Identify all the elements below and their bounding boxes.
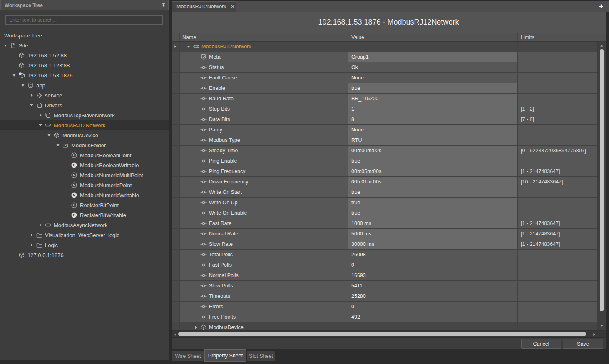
property-value-cell[interactable]: Group1 xyxy=(348,52,518,62)
property-value-cell[interactable]: true xyxy=(348,198,518,208)
property-row-meta[interactable]: MetaGroup1 xyxy=(172,52,597,62)
property-row-slow-polls[interactable]: Slow Polls5411 xyxy=(172,281,597,291)
property-row-slow-rate[interactable]: Slow Rate30000 ms[1 - 2147483647] xyxy=(172,239,597,250)
property-value-cell[interactable]: true xyxy=(348,156,518,166)
tree-item-modbusbooleanpoint[interactable]: BModbusBooleanPoint xyxy=(0,150,169,160)
tree-item-modbusrj12network[interactable]: ModbusRJ12Network xyxy=(0,120,169,130)
tab-property-sheet[interactable]: Property Sheet xyxy=(204,349,246,362)
tree-item-app[interactable]: app xyxy=(0,80,169,90)
property-value-cell[interactable]: true xyxy=(348,187,518,197)
property-row-write-on-up[interactable]: Write On Uptrue xyxy=(172,198,597,208)
tab-modbusrj12network[interactable]: ModbusRJ12Network xyxy=(172,1,236,12)
chevron-down-icon[interactable] xyxy=(37,123,44,127)
property-row-normal-rate[interactable]: Normal Rate5000 ms[1 - 2147483647] xyxy=(172,229,597,239)
tree-item-modbustcpslavenetwork[interactable]: ModbusTcpSlaveNetwork xyxy=(0,110,169,120)
tab-close-icon[interactable] xyxy=(231,5,235,9)
property-row-enable[interactable]: Enabletrue xyxy=(172,83,597,94)
chevron-down-icon[interactable] xyxy=(28,103,35,107)
property-row-data-bits[interactable]: Data Bits8[7 - 8] xyxy=(172,114,597,125)
chevron-right-icon[interactable] xyxy=(37,223,44,227)
tree-item-visualization-webserver-logic[interactable]: Visualization_WebServer_logic xyxy=(0,230,169,240)
chevron-down-icon[interactable] xyxy=(19,83,27,87)
chevron-down-icon[interactable] xyxy=(54,143,62,147)
row-gutter-cell xyxy=(172,114,180,124)
property-value-cell[interactable]: 1 xyxy=(348,104,518,114)
chevron-right-icon[interactable] xyxy=(192,325,200,329)
tab-slot-sheet[interactable]: Slot Sheet xyxy=(247,351,275,361)
horizontal-scrollbar-thumb[interactable] xyxy=(178,332,586,336)
property-row-errors[interactable]: Errors0 xyxy=(172,302,597,312)
scroll-down-icon[interactable] xyxy=(599,324,604,328)
chevron-down-icon[interactable] xyxy=(10,73,18,77)
tree-item-modbusfolder[interactable]: ModbusFolder xyxy=(0,140,169,150)
property-value-cell[interactable]: true xyxy=(348,83,518,93)
tree-item-site[interactable]: Site xyxy=(0,40,169,50)
property-value-cell[interactable]: 5000 ms xyxy=(348,229,518,239)
tree-item-192-168-1-53-1876[interactable]: !192.168.1.53:1876 xyxy=(0,70,169,80)
tree-item-modbusdevice[interactable]: ModbusDevice xyxy=(0,130,169,140)
property-value-cell[interactable]: 30000 ms xyxy=(348,239,518,249)
cancel-button[interactable]: Cancel xyxy=(521,339,561,349)
property-row-modbusdevice[interactable]: ModbusDevice xyxy=(172,322,597,330)
tree-item-modbusnumericpoint[interactable]: NModbusNumericPoint xyxy=(0,180,169,190)
pin-icon[interactable] xyxy=(159,1,168,10)
property-row-modbus-type[interactable]: Modbus TypeRTU xyxy=(172,135,597,146)
tree-item-192-168-1-123-88[interactable]: 192.168.1.123:88 xyxy=(0,60,169,70)
tree-item-modbusnumericwritable[interactable]: NModbusNumericWritable xyxy=(0,190,169,200)
tree-item-drivers[interactable]: Drivers xyxy=(0,100,169,110)
property-value-cell[interactable]: 00h:01m:00s xyxy=(348,177,518,187)
property-value-cell[interactable]: BR_115200 xyxy=(348,94,518,104)
property-row-stop-bits[interactable]: Stop Bits1[1 - 2] xyxy=(172,104,597,114)
property-row-parity[interactable]: ParityNone xyxy=(172,125,597,135)
tree-item-modbusbooleanwritable[interactable]: BModbusBooleanWritable xyxy=(0,160,169,170)
scroll-left-icon[interactable] xyxy=(172,332,178,337)
property-row-modbusrj12network[interactable]: ModbusRJ12Network xyxy=(172,42,597,52)
property-value-cell[interactable]: true xyxy=(348,208,518,218)
property-value-cell[interactable]: 1000 ms xyxy=(348,218,518,228)
property-row-normal-polls[interactable]: Normal Polls16693 xyxy=(172,270,597,281)
tree-item-127-0-0-1-1876[interactable]: 127.0.0.1:1876 xyxy=(0,250,169,260)
property-row-write-on-start[interactable]: Write On Starttrue xyxy=(172,187,597,198)
tree-item-service[interactable]: service xyxy=(0,90,169,100)
new-tab-button[interactable]: + xyxy=(597,2,605,11)
tree-item-modbusnumericmultipoint[interactable]: NModbusNumericMultiPoint xyxy=(0,170,169,180)
property-row-down-frequency[interactable]: Down Frequency00h:01m:00s[10 - 214748364… xyxy=(172,177,597,187)
chevron-right-icon[interactable] xyxy=(28,93,35,97)
property-row-fault-cause[interactable]: Fault CauseNone xyxy=(172,73,597,83)
chevron-right-icon[interactable] xyxy=(28,233,35,237)
property-row-steady-time[interactable]: Steady Time00h:00m:02s[0 - 9223372036854… xyxy=(172,146,597,156)
property-row-status[interactable]: StatusOk xyxy=(172,62,597,73)
property-value-cell[interactable]: 00h:05m:00s xyxy=(348,166,518,176)
property-value-cell[interactable]: 8 xyxy=(348,114,518,124)
property-row-ping-enable[interactable]: Ping Enabletrue xyxy=(172,156,597,166)
property-row-timeouts[interactable]: Timeouts25280 xyxy=(172,291,597,302)
chevron-down-icon[interactable] xyxy=(45,133,53,137)
tree-item-registerbitpoint[interactable]: BRegisterBitPoint xyxy=(0,200,169,210)
scroll-up-icon[interactable] xyxy=(599,43,604,47)
tab-wire-sheet[interactable]: Wire Sheet xyxy=(172,351,204,361)
property-row-free-points[interactable]: Free Points492 xyxy=(172,312,597,322)
chevron-right-icon[interactable] xyxy=(28,243,35,247)
tree-item-192-168-1-52-88[interactable]: 192.168.1.52:88 xyxy=(0,50,169,60)
property-value-cell[interactable]: RTU xyxy=(348,135,518,145)
chevron-down-icon[interactable] xyxy=(185,45,192,49)
property-row-write-on-enable[interactable]: Write On Enabletrue xyxy=(172,208,597,218)
vertical-scrollbar-thumb[interactable] xyxy=(600,49,604,311)
property-value-cell xyxy=(348,42,518,52)
property-row-ping-frequency[interactable]: Ping Frequency00h:05m:00s[1 - 2147483647… xyxy=(172,166,597,177)
save-button[interactable]: Save xyxy=(563,339,603,349)
scroll-right-icon[interactable] xyxy=(591,332,597,337)
property-row-total-polls[interactable]: Total Polls26098 xyxy=(172,250,597,260)
property-value-cell[interactable]: 00h:00m:02s xyxy=(348,146,518,156)
tree-item-logic[interactable]: Logic xyxy=(0,240,169,250)
tree-item-modbusasyncnetwork[interactable]: ModbusAsyncNetwork xyxy=(0,220,169,230)
property-row-baud-rate[interactable]: Baud RateBR_115200 xyxy=(172,94,597,104)
chevron-right-icon[interactable] xyxy=(37,113,44,117)
row-marker-icon xyxy=(172,42,180,52)
property-value-cell[interactable]: None xyxy=(348,125,518,135)
search-input[interactable] xyxy=(5,15,163,25)
property-row-fast-polls[interactable]: Fast Polls0 xyxy=(172,260,597,270)
chevron-down-icon[interactable] xyxy=(2,43,9,47)
property-row-fast-rate[interactable]: Fast Rate1000 ms[1 - 2147483647] xyxy=(172,218,597,229)
tree-item-registerbitwritable[interactable]: BRegisterBitWritable xyxy=(0,210,169,220)
